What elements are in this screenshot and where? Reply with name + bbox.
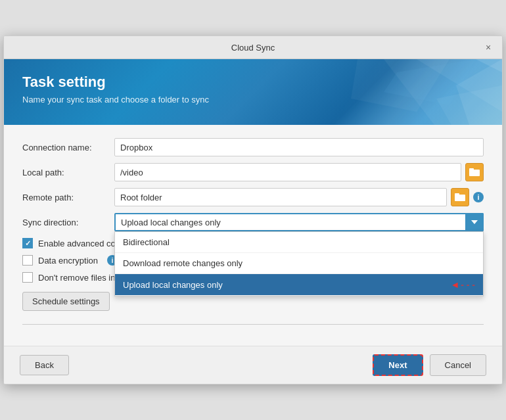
close-button[interactable]: × <box>482 41 494 53</box>
cloud-sync-dialog: Cloud Sync × Task setting Name your sync… <box>3 35 503 385</box>
header-subtitle: Name your sync task and choose a folder … <box>22 95 484 105</box>
sync-direction-dropdown[interactable]: Upload local changes only Bidirectional … <box>114 213 484 231</box>
footer: Back Next Cancel <box>4 346 502 384</box>
svg-marker-5 <box>436 85 502 125</box>
cancel-button[interactable]: Cancel <box>430 354 486 376</box>
title-bar: Cloud Sync × <box>4 36 502 59</box>
remote-path-info-icon[interactable]: i <box>473 192 484 202</box>
schedule-settings-button[interactable]: Schedule settings <box>22 292 110 311</box>
remote-path-wrap: i <box>114 188 484 206</box>
remote-path-label: Remote path: <box>22 193 114 202</box>
sync-direction-label: Sync direction: <box>22 218 114 227</box>
svg-marker-2 <box>456 59 502 125</box>
remote-path-folder-button[interactable] <box>451 188 469 206</box>
sync-direction-selected[interactable]: Upload local changes only <box>114 213 484 231</box>
folder-icon <box>455 193 465 201</box>
connection-name-label: Connection name: <box>22 143 114 152</box>
svg-marker-0 <box>384 59 502 125</box>
remote-path-row: Remote path: i <box>22 188 484 206</box>
local-path-folder-button[interactable] <box>465 163 484 181</box>
local-path-row: Local path: <box>22 163 484 181</box>
dropdown-option-download[interactable]: Download remote changes only <box>115 253 483 274</box>
dropdown-option-upload[interactable]: Upload local changes only ◄- - - <box>115 274 483 296</box>
connection-name-wrap <box>114 138 484 156</box>
remote-path-input[interactable] <box>114 188 447 206</box>
sync-direction-menu: Bidirectional Download remote changes on… <box>114 231 484 296</box>
data-encryption-checkbox[interactable] <box>22 255 33 266</box>
dialog-title: Cloud Sync <box>24 43 482 53</box>
header-banner: Task setting Name your sync task and cho… <box>4 59 502 125</box>
connection-name-input[interactable] <box>114 138 484 156</box>
next-button[interactable]: Next <box>373 354 423 376</box>
svg-marker-4 <box>476 59 502 72</box>
back-button[interactable]: Back <box>20 355 69 375</box>
local-path-label: Local path: <box>22 168 114 177</box>
selected-arrow: ◄- - - <box>450 279 475 290</box>
folder-icon <box>469 168 480 176</box>
local-path-wrap <box>114 163 484 181</box>
footer-right: Next Cancel <box>373 354 486 376</box>
dropdown-option-bidirectional[interactable]: Bidirectional <box>115 232 483 253</box>
local-path-input[interactable] <box>114 163 461 181</box>
divider <box>22 324 484 325</box>
advanced-consistency-checkbox[interactable] <box>22 238 33 248</box>
data-encryption-label: Data encryption <box>38 256 98 266</box>
header-title: Task setting <box>22 74 484 91</box>
form-content: Connection name: Local path: Remote path… <box>4 125 502 346</box>
dont-remove-checkbox[interactable] <box>22 272 33 283</box>
sync-direction-wrap: Upload local changes only Bidirectional … <box>114 213 484 231</box>
sync-direction-value: Upload local changes only <box>121 218 221 227</box>
header-decoration <box>252 59 502 125</box>
sync-direction-row: Sync direction: Upload local changes onl… <box>22 213 484 231</box>
connection-name-row: Connection name: <box>22 138 484 156</box>
